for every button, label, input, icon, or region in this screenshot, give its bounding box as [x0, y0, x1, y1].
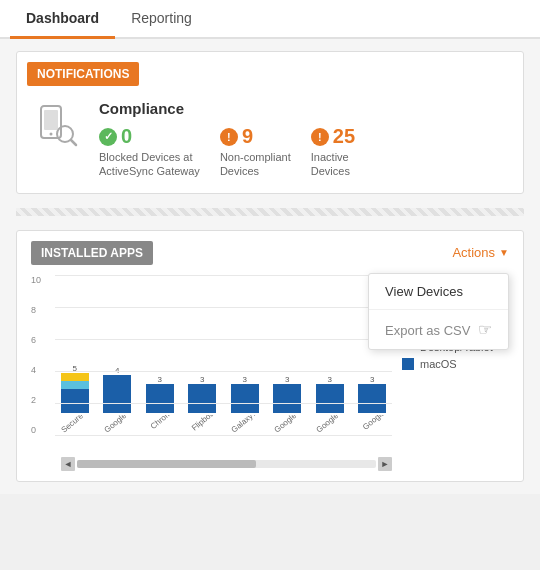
- chart-scrollbar: ◄ ►: [61, 457, 392, 471]
- stat-blocked: ✓ 0 Blocked Devices atActiveSync Gateway: [99, 125, 200, 179]
- dropdown-export-csv[interactable]: Export as CSV ☞: [369, 310, 508, 349]
- stat-noncompliant: ! 9 Non-compliantDevices: [220, 125, 291, 179]
- grid-line-6: [55, 339, 392, 340]
- y-label-10: 10: [31, 275, 55, 285]
- svg-line-4: [71, 140, 76, 145]
- tab-dashboard[interactable]: Dashboard: [10, 0, 115, 39]
- dropdown-view-devices[interactable]: View Devices: [369, 274, 508, 310]
- stat-blocked-value: ✓ 0: [99, 125, 200, 148]
- y-label-6: 6: [31, 335, 55, 345]
- tab-reporting[interactable]: Reporting: [115, 0, 208, 39]
- stat-inactive-value: ! 25: [311, 125, 355, 148]
- y-axis: 10 8 6 4 2 0: [31, 275, 55, 455]
- legend-macos-color: [402, 358, 414, 370]
- stat-noncompliant-value: ! 9: [220, 125, 291, 148]
- compliance-stats: ✓ 0 Blocked Devices atActiveSync Gateway…: [99, 125, 509, 179]
- divider-stripe: [16, 208, 524, 216]
- installed-apps-section: INSTALLED APPS Actions ▼ View Devices Ex…: [16, 230, 524, 482]
- actions-arrow-icon: ▼: [499, 247, 509, 258]
- compliance-content: Compliance ✓ 0 Blocked Devices atActiveS…: [99, 100, 509, 179]
- y-label-0: 0: [31, 425, 55, 435]
- grid-lines: [55, 275, 392, 435]
- main-content: NOTIFICATIONS Compliance: [0, 39, 540, 494]
- notifications-header: NOTIFICATIONS: [27, 62, 139, 86]
- stat-inactive-icon: !: [311, 128, 329, 146]
- stat-inactive: ! 25 InactiveDevices: [311, 125, 355, 179]
- bars-wrapper: 5 4: [55, 275, 392, 455]
- chart-inner: 10 8 6 4 2 0: [31, 275, 392, 455]
- stat-noncompliant-icon: !: [220, 128, 238, 146]
- actions-button[interactable]: Actions ▼: [452, 245, 509, 260]
- compliance-row: Compliance ✓ 0 Blocked Devices atActiveS…: [17, 94, 523, 193]
- stat-inactive-label: InactiveDevices: [311, 150, 355, 179]
- notifications-section: NOTIFICATIONS Compliance: [16, 51, 524, 194]
- stat-blocked-label: Blocked Devices atActiveSync Gateway: [99, 150, 200, 179]
- stat-noncompliant-label: Non-compliantDevices: [220, 150, 291, 179]
- compliance-icon: [31, 100, 83, 152]
- installed-apps-header: INSTALLED APPS Actions ▼: [31, 241, 509, 265]
- grid-line-4: [55, 371, 392, 372]
- grid-line-10: [55, 275, 392, 276]
- y-label-2: 2: [31, 395, 55, 405]
- svg-point-2: [50, 133, 53, 136]
- compliance-title: Compliance: [99, 100, 509, 117]
- scroll-right-button[interactable]: ►: [378, 457, 392, 471]
- svg-rect-1: [44, 110, 58, 130]
- stat-blocked-icon: ✓: [99, 128, 117, 146]
- grid-line-8: [55, 307, 392, 308]
- legend-macos: macOS: [402, 358, 522, 370]
- installed-apps-title: INSTALLED APPS: [31, 241, 153, 265]
- y-label-8: 8: [31, 305, 55, 315]
- cursor-icon: ☞: [478, 320, 492, 339]
- scroll-thumb[interactable]: [77, 460, 256, 468]
- scroll-left-button[interactable]: ◄: [61, 457, 75, 471]
- scroll-track[interactable]: [77, 460, 376, 468]
- chart-area: 10 8 6 4 2 0: [31, 275, 392, 471]
- y-label-4: 4: [31, 365, 55, 375]
- grid-line-2: [55, 403, 392, 404]
- x-axis-labels: Secure H... Google Pla... Chrome Flipboa…: [55, 415, 392, 455]
- actions-dropdown: View Devices Export as CSV ☞: [368, 273, 509, 350]
- tabs-bar: Dashboard Reporting: [0, 0, 540, 39]
